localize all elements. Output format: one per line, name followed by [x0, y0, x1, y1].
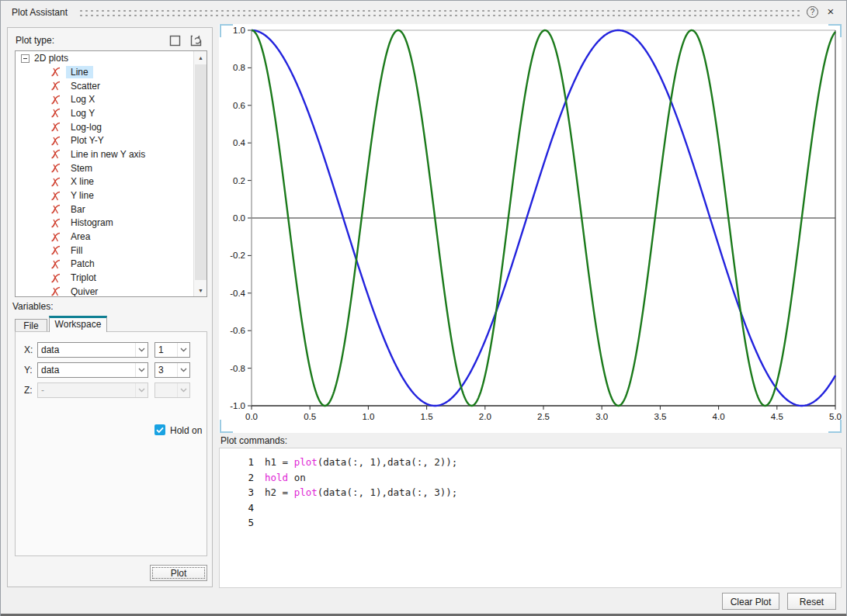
tree-item-label: Area	[66, 230, 95, 243]
close-icon[interactable]: ×	[824, 5, 837, 19]
y-column-combo[interactable]	[154, 362, 190, 378]
tree-item-quiver[interactable]: Quiver	[16, 285, 193, 297]
plot-type-icon	[50, 259, 61, 269]
tree-item-log-x[interactable]: Log X	[16, 92, 193, 106]
code-line: 5	[220, 517, 841, 532]
plot-button[interactable]: Plot	[150, 565, 207, 581]
tree-item-line-in-new-y-axis[interactable]: Line in new Y axis	[16, 147, 193, 161]
chevron-down-icon[interactable]	[177, 343, 189, 357]
plot-type-icon	[50, 204, 61, 214]
plot-type-icon	[50, 122, 61, 132]
tree-item-label: Scatter	[66, 80, 105, 92]
tab-file[interactable]: File	[15, 319, 47, 332]
tree-item-x-line[interactable]: X line	[16, 175, 193, 189]
plot-commands-editor[interactable]: 1h1 = plot(data(:, 1),data(:, 2));2hold …	[219, 448, 842, 588]
x-column-input[interactable]	[155, 343, 177, 357]
z-variable-row: Z:	[16, 382, 208, 398]
chevron-down-icon[interactable]	[135, 363, 148, 377]
reset-button[interactable]: Reset	[787, 593, 836, 610]
tree-scrollbar[interactable]: ▲ ▼	[193, 51, 207, 296]
x-column-combo[interactable]	[154, 342, 190, 358]
chevron-down-icon[interactable]	[177, 363, 189, 377]
scroll-down-icon[interactable]: ▼	[194, 284, 207, 296]
code-line: 2hold on	[220, 472, 841, 487]
plot-type-icon	[50, 245, 61, 255]
plot-canvas[interactable]: 0.00.51.01.52.02.53.03.54.04.55.0-1.0-0.…	[219, 24, 842, 433]
y-label: Y:	[24, 365, 33, 375]
tree-item-bar[interactable]: Bar	[16, 202, 193, 216]
tree-item-label: Log-log	[66, 121, 106, 133]
code-line: 1h1 = plot(data(:, 1),data(:, 2));	[220, 456, 841, 472]
tree-item-label: Log X	[66, 93, 99, 106]
code-line: 4	[220, 502, 841, 517]
y-tick-label: 0.4	[233, 138, 246, 147]
y-tick-label: 0.2	[233, 176, 245, 185]
z-variable-combo	[37, 382, 148, 398]
tab-workspace[interactable]: Workspace	[49, 316, 107, 332]
tree-item-label: Stem	[66, 162, 97, 175]
tree-item-patch[interactable]: Patch	[16, 258, 193, 272]
help-icon[interactable]: ?	[807, 6, 818, 18]
tree-item-label: Line in new Y axis	[66, 148, 150, 161]
square-outline-button[interactable]	[167, 33, 182, 48]
plot-type-icon	[50, 67, 61, 77]
tree-item-triplot[interactable]: Triplot	[16, 271, 193, 285]
plot-type-icon	[50, 95, 61, 105]
y-tick-label: -0.8	[230, 364, 245, 373]
tree-item-log-y[interactable]: Log Y	[16, 106, 193, 120]
plot-type-panel: Plot type: 2D plots LineScatterLog XLog …	[7, 27, 213, 587]
x-tick-label: 0.0	[245, 412, 258, 421]
tree-item-label: X line	[66, 175, 99, 188]
chevron-down-icon[interactable]	[135, 343, 148, 357]
chevron-down-icon	[135, 383, 148, 397]
chart: 0.00.51.01.52.02.53.03.54.04.55.0-1.0-0.…	[219, 24, 842, 433]
tree-item-area[interactable]: Area	[16, 230, 193, 244]
collapse-expander-icon[interactable]	[21, 54, 30, 63]
variables-label: Variables:	[12, 301, 53, 312]
drag-handle[interactable]	[78, 9, 800, 18]
title-bar: Plot Assistant ? ×	[1, 1, 847, 24]
tree-item-line[interactable]: Line	[16, 65, 193, 79]
z-column-combo	[154, 382, 190, 398]
tree-item-plot-y-y[interactable]: Plot Y-Y	[16, 133, 193, 147]
x-variable-combo[interactable]	[37, 342, 148, 358]
tree-item-fill[interactable]: Fill	[16, 244, 193, 258]
tree-item-scatter[interactable]: Scatter	[16, 79, 193, 93]
x-variable-input[interactable]	[38, 343, 135, 357]
hold-on-checkbox[interactable]	[154, 424, 165, 435]
refresh-plot-button[interactable]	[188, 33, 203, 48]
tree-item-label: Fill	[66, 244, 87, 257]
tree-item-log-log[interactable]: Log-log	[16, 120, 193, 134]
x-tick-label: 1.5	[421, 412, 433, 421]
plot-commands-label: Plot commands:	[220, 435, 287, 446]
y-tick-label: -0.4	[230, 289, 245, 298]
clear-plot-button[interactable]: Clear Plot	[722, 593, 779, 610]
tree-item-stem[interactable]: Stem	[16, 161, 193, 175]
scroll-up-icon[interactable]: ▲	[194, 51, 207, 64]
tree-item-y-line[interactable]: Y line	[16, 189, 193, 202]
chevron-down-icon	[177, 383, 189, 397]
x-tick-label: 3.5	[654, 412, 666, 421]
x-variable-row: X:	[16, 342, 208, 358]
y-variable-input[interactable]	[38, 363, 135, 377]
tree-item-label: Quiver	[66, 286, 102, 297]
x-tick-label: 4.0	[713, 412, 725, 421]
scrollbar-thumb[interactable]	[195, 64, 207, 280]
line-number: 2	[220, 472, 254, 487]
x-label: X:	[24, 344, 33, 355]
plot-type-icon	[50, 149, 61, 159]
variables-box: X: Y:	[15, 331, 207, 556]
plot-type-icon	[50, 108, 61, 118]
tree-item-histogram[interactable]: Histogram	[16, 216, 193, 230]
plot-type-icon	[50, 273, 61, 283]
selection-bracket-top-right-icon	[828, 24, 842, 37]
plot-type-icon	[50, 81, 61, 91]
y-variable-combo[interactable]	[37, 362, 148, 378]
y-tick-label: 0.8	[233, 63, 245, 72]
tree-root-2d-plots[interactable]: 2D plots	[16, 51, 193, 65]
x-tick-label: 2.5	[537, 412, 550, 421]
z-variable-input	[38, 383, 135, 397]
refresh-icon	[189, 34, 203, 47]
y-column-input[interactable]	[155, 363, 177, 377]
y-variable-row: Y:	[16, 362, 208, 378]
